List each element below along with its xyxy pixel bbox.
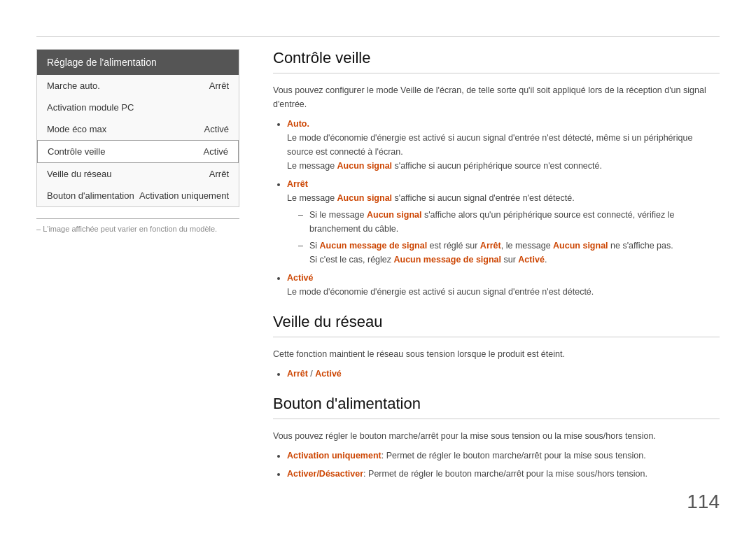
page-number: 114 xyxy=(687,491,720,513)
list-item-arret: Arrêt Le message Aucun signal s'affiche … xyxy=(287,177,720,267)
menu-item-veille-reseau[interactable]: Veille du réseau Arrêt xyxy=(37,163,239,185)
active-option: Activé xyxy=(315,369,342,379)
section-title-bouton-alimentation: Bouton d'alimentation xyxy=(273,395,720,419)
menu-item-value: Activé xyxy=(204,146,228,157)
menu-title: Réglage de l'alimentation xyxy=(37,50,239,75)
sub-note-2: Si Aucun message de signal est réglé sur… xyxy=(309,239,720,267)
aucun-signal-2: Aucun signal xyxy=(337,193,392,203)
arret-option: Arrêt xyxy=(287,369,308,379)
menu-item-label: Contrôle veille xyxy=(48,146,105,157)
veille-reseau-list: Arrêt / Activé xyxy=(287,367,720,381)
list-item-arret-active: Arrêt / Activé xyxy=(287,367,720,381)
activer-desactiver-label: Activer/Désactiver xyxy=(287,469,363,479)
aucun-signal-4: Aucun signal xyxy=(553,241,608,251)
active-inline: Activé xyxy=(518,255,545,265)
menu-item-activation-module[interactable]: Activation module PC xyxy=(37,97,239,118)
controle-veille-list: Auto. Le mode d'économie d'énergie est a… xyxy=(287,117,720,299)
menu-item-marche-auto[interactable]: Marche auto. Arrêt xyxy=(37,75,239,97)
section-intro-controle-veille: Vous pouvez configurer le mode Veille de… xyxy=(273,83,720,111)
menu-item-label: Mode éco max xyxy=(47,124,106,134)
list-item-activer-desactiver: Activer/Désactiver: Permet de régler le … xyxy=(287,467,720,481)
active-label: Activé xyxy=(287,273,314,283)
menu-item-controle-veille[interactable]: Contrôle veille Activé xyxy=(37,140,239,163)
left-menu-panel: Réglage de l'alimentation Marche auto. A… xyxy=(36,49,239,233)
menu-item-label: Veille du réseau xyxy=(47,169,112,179)
auto-label: Auto. xyxy=(287,119,309,129)
menu-item-label: Marche auto. xyxy=(47,80,100,91)
arret-label: Arrêt xyxy=(287,179,308,189)
aucun-message-signal-1: Aucun message de signal xyxy=(320,241,428,251)
section-intro-bouton-alimentation: Vous pouvez régler le bouton marche/arrê… xyxy=(273,429,720,443)
bouton-alimentation-list: Activation uniquement: Permet de régler … xyxy=(287,449,720,481)
section-title-controle-veille: Contrôle veille xyxy=(273,49,720,73)
arret-inline: Arrêt xyxy=(480,241,501,251)
aucun-signal-1: Aucun signal xyxy=(337,161,392,171)
menu-item-value: Activé xyxy=(204,124,229,134)
sub-note-1: Si le message Aucun signal s'affiche alo… xyxy=(309,208,720,236)
aucun-signal-3: Aucun signal xyxy=(367,210,421,220)
menu-box: Réglage de l'alimentation Marche auto. A… xyxy=(36,49,239,207)
footnote: – L'image affichée peut varier en foncti… xyxy=(36,218,239,233)
menu-item-value: Arrêt xyxy=(209,169,229,179)
section-title-veille-reseau: Veille du réseau xyxy=(273,313,720,337)
menu-item-label: Bouton d'alimentation xyxy=(47,190,134,201)
aucun-message-signal-2: Aucun message de signal xyxy=(394,255,502,265)
top-divider xyxy=(36,36,720,37)
right-content-panel: Contrôle veille Vous pouvez configurer l… xyxy=(273,49,720,495)
list-item-active: Activé Le mode d'économie d'énergie est … xyxy=(287,271,720,299)
list-item-auto: Auto. Le mode d'économie d'énergie est a… xyxy=(287,117,720,173)
section-bouton-alimentation: Bouton d'alimentation Vous pouvez régler… xyxy=(273,395,720,481)
menu-item-bouton-alimentation[interactable]: Bouton d'alimentation Activation uniquem… xyxy=(37,185,239,206)
list-item-activation-uniquement: Activation uniquement: Permet de régler … xyxy=(287,449,720,463)
menu-item-value: Activation uniquement xyxy=(139,190,229,201)
section-veille-reseau: Veille du réseau Cette fonction maintien… xyxy=(273,313,720,381)
section-controle-veille: Contrôle veille Vous pouvez configurer l… xyxy=(273,49,720,299)
menu-item-mode-eco[interactable]: Mode éco max Activé xyxy=(37,118,239,140)
menu-item-value: Arrêt xyxy=(209,80,229,91)
section-intro-veille-reseau: Cette fonction maintient le réseau sous … xyxy=(273,347,720,361)
menu-item-label: Activation module PC xyxy=(47,102,134,113)
activation-uniquement-label: Activation uniquement xyxy=(287,451,382,461)
